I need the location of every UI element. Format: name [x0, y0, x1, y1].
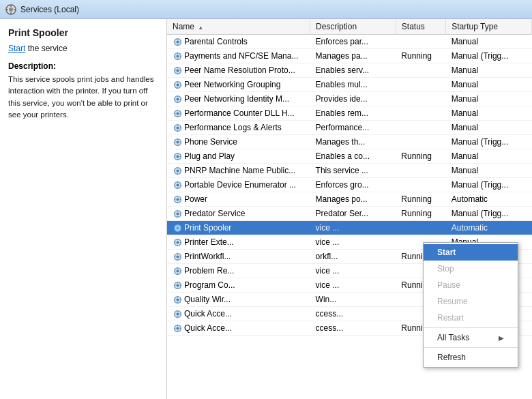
svg-point-67 [176, 183, 179, 186]
right-panel: Name ▲ Description Status Startup Type [167, 19, 532, 399]
service-icon [173, 194, 182, 204]
svg-point-91 [176, 241, 179, 243]
service-description: vice ... [310, 235, 396, 250]
description-text: This service spools print jobs and handl… [8, 74, 158, 121]
context-menu-item[interactable]: Start [424, 244, 518, 261]
title-bar-icon [5, 4, 16, 15]
service-startup: Manual (Trigg... [446, 207, 532, 221]
context-menu-item-label: Restart [437, 313, 464, 323]
svg-point-61 [176, 169, 179, 172]
service-description: Manages po... [310, 192, 396, 207]
service-status [396, 92, 445, 106]
service-description: Win... [310, 293, 396, 307]
table-row[interactable]: Peer Networking Identity M...Provides id… [167, 92, 532, 106]
context-menu-separator [424, 347, 518, 348]
service-status [396, 135, 445, 149]
service-description: Enables serv... [310, 63, 396, 78]
service-name: Phone Service [184, 137, 237, 147]
service-description: Enforces gro... [310, 178, 396, 192]
svg-point-79 [176, 212, 179, 215]
service-name: Plug and Play [184, 151, 235, 161]
service-description: Enforces par... [310, 35, 396, 49]
table-row[interactable]: PNRP Machine Name Public...This service … [167, 164, 532, 178]
context-menu-item-label: Resume [437, 297, 468, 306]
submenu-arrow-icon: ▶ [499, 334, 504, 342]
table-row[interactable]: Peer Networking GroupingEnables mul...Ma… [167, 78, 532, 92]
context-menu-item[interactable]: Refresh [424, 349, 518, 366]
context-menu-item[interactable]: All Tasks▶ [424, 329, 518, 346]
service-icon [173, 223, 182, 233]
table-row[interactable]: Parental ControlsEnforces par...Manual [167, 35, 532, 49]
service-status [396, 178, 445, 192]
svg-point-13 [176, 55, 179, 57]
service-icon [173, 94, 182, 104]
service-icon [173, 309, 182, 319]
table-row[interactable]: Performance Counter DLL H...Enables rem.… [167, 106, 532, 121]
context-menu-separator [424, 327, 518, 328]
service-status: Running [396, 49, 445, 63]
service-status: Running [396, 192, 445, 207]
col-header-status[interactable]: Status [396, 19, 445, 35]
table-header-row: Name ▲ Description Status Startup Type [167, 19, 532, 35]
context-menu-item-label: All Tasks [437, 333, 469, 342]
table-row[interactable]: Performance Logs & AlertsPerformance...M… [167, 121, 532, 135]
service-name: Peer Networking Grouping [184, 80, 280, 89]
service-description: ccess... [310, 307, 396, 321]
service-startup: Manual [446, 35, 532, 49]
service-description: Enables rem... [310, 106, 396, 121]
service-icon [173, 137, 182, 147]
service-description: Performance... [310, 121, 396, 135]
service-name: Program Co... [184, 280, 235, 290]
service-status [396, 164, 445, 178]
sort-indicator: ▲ [198, 25, 203, 31]
service-status [396, 106, 445, 121]
start-label-suffix: the service [25, 44, 67, 53]
service-icon [173, 123, 182, 132]
svg-point-37 [176, 112, 179, 115]
service-startup: Manual [446, 164, 532, 178]
service-status [396, 35, 445, 49]
service-name: Printer Exte... [184, 237, 234, 247]
col-header-description[interactable]: Description [310, 19, 396, 35]
service-heading: Print Spooler [8, 27, 158, 38]
service-name: Quality Wir... [184, 295, 231, 304]
col-header-startup[interactable]: Startup Type [446, 19, 532, 35]
svg-point-115 [176, 298, 179, 301]
svg-point-109 [176, 284, 179, 286]
service-status [396, 121, 445, 135]
svg-point-103 [176, 269, 179, 272]
table-row[interactable]: Predator ServicePredator Ser...RunningMa… [167, 207, 532, 221]
table-row[interactable]: Payments and NFC/SE Mana...Manages pa...… [167, 49, 532, 63]
service-status: Running [396, 207, 445, 221]
service-icon [173, 80, 182, 89]
table-row[interactable]: PowerManages po...RunningAutomatic [167, 192, 532, 207]
service-icon [173, 65, 182, 75]
table-row[interactable]: Phone ServiceManages th...Manual (Trigg.… [167, 135, 532, 149]
service-name: Problem Re... [184, 266, 234, 276]
service-name: Print Spooler [184, 223, 231, 233]
table-row[interactable]: Peer Name Resolution Proto...Enables ser… [167, 63, 532, 78]
service-startup: Automatic [446, 221, 532, 235]
start-link[interactable]: Start [8, 44, 25, 53]
svg-point-25 [176, 83, 179, 86]
service-name: Power [184, 194, 207, 204]
col-header-name[interactable]: Name ▲ [167, 19, 310, 35]
table-row[interactable]: Portable Device Enumerator ...Enforces g… [167, 178, 532, 192]
table-row[interactable]: Plug and PlayEnables a co...RunningManua… [167, 149, 532, 164]
service-status: Running [396, 149, 445, 164]
service-startup: Manual [446, 92, 532, 106]
service-startup: Manual [446, 106, 532, 121]
description-label: Description: [8, 61, 158, 71]
service-name: Payments and NFC/SE Mana... [184, 51, 298, 61]
service-startup: Manual (Trigg... [446, 135, 532, 149]
service-icon [173, 323, 182, 333]
service-description: Enables mul... [310, 78, 396, 92]
context-menu-item-label: Refresh [437, 353, 466, 362]
context-menu-item: Restart [424, 310, 518, 326]
svg-point-73 [176, 198, 179, 201]
service-description: Manages pa... [310, 49, 396, 63]
table-row[interactable]: Print Spoolervice ...Automatic [167, 221, 532, 235]
service-icon [173, 180, 182, 190]
service-description: Manages th... [310, 135, 396, 149]
service-startup: Manual [446, 63, 532, 78]
